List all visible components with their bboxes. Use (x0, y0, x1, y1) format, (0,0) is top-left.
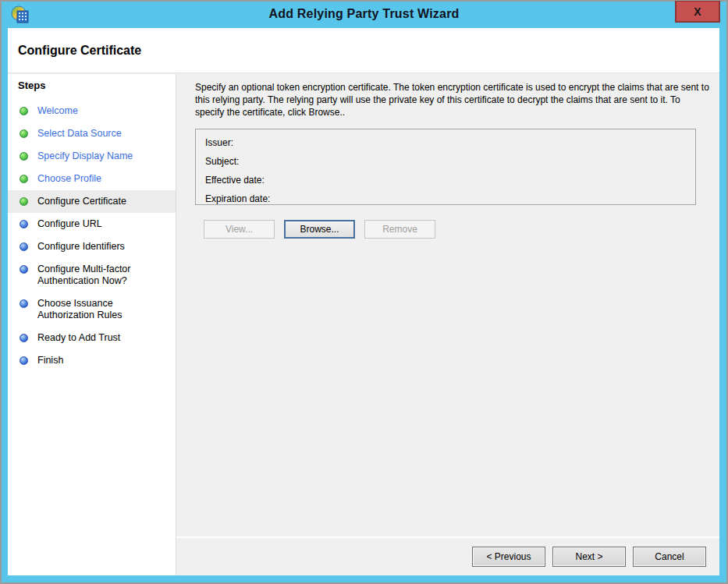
next-button[interactable]: Next > (552, 547, 626, 567)
previous-button[interactable]: < Previous (472, 547, 545, 567)
step-completed-icon (20, 129, 28, 138)
step-item-choose-issuance-rules: Choose Issuance Authorization Rules (8, 292, 176, 327)
step-completed-icon (20, 152, 28, 161)
step-completed-icon (20, 107, 28, 115)
wizard-footer: < Previous Next > Cancel (176, 536, 719, 575)
step-item-configure-certificate: Configure Certificate (8, 190, 176, 213)
close-button[interactable]: X (675, 1, 720, 23)
page-header: Configure Certificate (8, 28, 719, 73)
close-icon: X (694, 5, 701, 18)
step-current-icon (20, 197, 28, 206)
step-label: Choose Issuance Authorization Rules (37, 298, 122, 320)
step-item-ready-to-add-trust: Ready to Add Trust (8, 327, 176, 349)
step-item-finish: Finish (8, 349, 176, 372)
step-label: Finish (37, 355, 63, 366)
step-pending-icon (20, 265, 28, 274)
page-title: Configure Certificate (18, 44, 141, 58)
certificate-actions: View... Browse... Remove (204, 220, 719, 239)
step-label: Configure URL (37, 218, 102, 229)
step-pending-icon (20, 356, 28, 365)
step-label: Configure Multi-factor Authentication No… (37, 264, 131, 286)
browse-button[interactable]: Browse... (284, 220, 355, 239)
cert-issuer-label: Issuer: (205, 137, 233, 148)
cert-effective-date-label: Effective date: (205, 175, 265, 186)
step-item-configure-identifiers: Configure Identifiers (8, 235, 176, 258)
step-item-configure-mfa: Configure Multi-factor Authentication No… (8, 258, 176, 292)
cancel-button[interactable]: Cancel (633, 547, 706, 567)
cert-expiration-date-label: Expiration date: (205, 193, 270, 204)
wizard-window: Add Relying Party Trust Wizard X Configu… (0, 0, 728, 584)
steps-heading: Steps (8, 79, 176, 100)
titlebar[interactable]: Add Relying Party Trust Wizard X (2, 2, 726, 28)
step-pending-icon (20, 334, 28, 342)
remove-button: Remove (364, 220, 435, 239)
step-pending-icon (20, 242, 28, 251)
steps-sidebar: Steps Welcome Select Data Source Specify… (8, 74, 176, 575)
step-label: Choose Profile (37, 173, 101, 184)
view-button: View... (204, 220, 275, 239)
step-label: Ready to Add Trust (37, 332, 120, 343)
step-item-specify-display-name[interactable]: Specify Display Name (8, 145, 176, 168)
step-completed-icon (20, 175, 28, 183)
step-label: Select Data Source (37, 128, 122, 139)
step-item-welcome[interactable]: Welcome (8, 100, 176, 122)
instructions-text: Specify an optional token encryption cer… (195, 81, 712, 119)
step-label: Configure Identifiers (37, 241, 125, 252)
main-panel: Specify an optional token encryption cer… (176, 74, 719, 575)
wizard-body: Configure Certificate Steps Welcome Sele… (8, 28, 719, 575)
step-label: Welcome (37, 105, 78, 116)
cert-subject-label: Subject: (205, 156, 239, 167)
step-pending-icon (20, 299, 28, 308)
step-pending-icon (20, 220, 28, 228)
window-title: Add Relying Party Trust Wizard (2, 7, 726, 21)
step-item-configure-url: Configure URL (8, 213, 176, 235)
step-label: Specify Display Name (37, 150, 133, 161)
certificate-info-box: Issuer: Subject: Effective date: Expirat… (195, 129, 696, 205)
step-label: Configure Certificate (37, 196, 126, 207)
step-item-choose-profile[interactable]: Choose Profile (8, 168, 176, 190)
steps-list: Welcome Select Data Source Specify Displ… (8, 100, 176, 372)
step-item-select-data-source[interactable]: Select Data Source (8, 122, 176, 145)
